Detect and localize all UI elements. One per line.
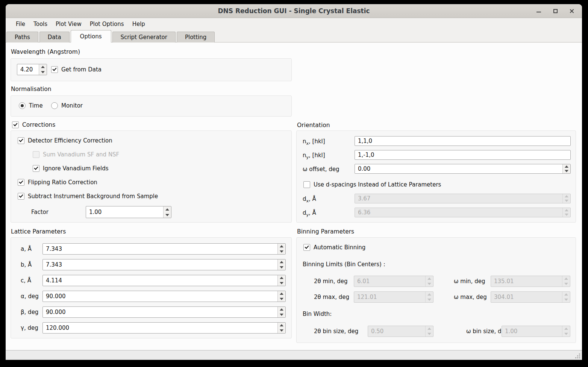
tab-script-generator[interactable]: Script Generator [112, 32, 176, 42]
binning-limits-label: Binning Limits (Bin Centers) : [303, 261, 385, 268]
omega-max-label: ω max, deg [454, 294, 487, 300]
time-radio-label: Time [29, 102, 43, 109]
lattice-alpha-input[interactable] [43, 291, 277, 302]
spin-up-button[interactable] [563, 164, 570, 169]
monitor-radio-label: Monitor [61, 102, 83, 109]
flipping-ratio-checkbox[interactable] [18, 179, 24, 186]
omega-min-spinbox [491, 276, 570, 287]
lattice-beta-input[interactable] [43, 307, 277, 317]
check-icon [13, 122, 17, 126]
subtract-background-checkbox[interactable] [18, 193, 24, 200]
arrow-up-icon [564, 328, 568, 330]
arrow-down-icon [41, 71, 45, 73]
omega-offset-input[interactable] [355, 164, 562, 173]
status-bar [6, 350, 582, 360]
ignore-vanadium-row: Ignore Vanadium Fields [33, 165, 108, 172]
spin-up-button[interactable] [278, 244, 285, 249]
spin-down-button[interactable] [164, 212, 171, 218]
spin-up-button[interactable] [278, 307, 285, 312]
monitor-radio[interactable] [51, 102, 58, 109]
corrections-section-label: Corrections [22, 121, 55, 128]
menu-help[interactable]: Help [128, 19, 149, 29]
binning-section-label: Binning Parameters [297, 228, 354, 235]
two-theta-max-spinbox [354, 291, 433, 303]
use-dspacings-checkbox[interactable] [303, 181, 310, 188]
tab-options[interactable]: Options [71, 30, 111, 42]
spin-down-button [563, 212, 570, 217]
spin-down-button[interactable] [39, 70, 47, 75]
arrow-down-icon [280, 266, 283, 268]
spin-down-button [426, 297, 433, 302]
spin-up-button[interactable] [164, 206, 171, 212]
menu-plot-view[interactable]: Plot View [52, 19, 86, 29]
spin-down-button [426, 281, 433, 287]
minimize-button[interactable] [535, 8, 542, 14]
lattice-beta-label: β, deg [21, 309, 38, 315]
arrow-down-icon [280, 282, 283, 284]
lattice-a-input[interactable] [43, 244, 277, 254]
maximize-button[interactable] [552, 8, 559, 14]
spin-down-button[interactable] [563, 169, 570, 173]
omega-max-spinbox [491, 291, 570, 303]
spin-up-button[interactable] [278, 259, 285, 265]
arrow-up-icon [427, 293, 431, 296]
ny-input[interactable] [355, 150, 570, 159]
spin-down-button[interactable] [278, 249, 285, 254]
tab-paths[interactable]: Paths [6, 32, 38, 42]
spin-buttons [562, 292, 570, 302]
spin-down-button[interactable] [278, 328, 285, 333]
spin-down-button[interactable] [278, 312, 285, 317]
spin-down-button[interactable] [278, 296, 285, 302]
detector-efficiency-checkbox[interactable] [18, 137, 24, 144]
get-from-data-row: Get from Data [51, 66, 102, 73]
dy-label: dy, Å [303, 209, 316, 217]
time-radio[interactable] [19, 102, 26, 109]
menu-plot-options[interactable]: Plot Options [86, 19, 128, 29]
arrow-up-icon [280, 245, 283, 247]
nx-input[interactable] [355, 136, 570, 146]
lattice-gamma-input[interactable] [43, 323, 277, 333]
lattice-b-spinbox [42, 259, 286, 270]
spin-up-button[interactable] [278, 275, 285, 281]
factor-input[interactable] [86, 206, 163, 218]
arrow-up-icon [280, 308, 283, 311]
spin-up-button[interactable] [39, 64, 47, 70]
lattice-b-input[interactable] [43, 259, 277, 270]
resize-grip[interactable] [575, 353, 580, 359]
arrow-up-icon [165, 208, 169, 211]
ny-label: ny, [hkl] [303, 152, 325, 160]
spin-buttons [277, 307, 285, 317]
dx-label: dx, Å [303, 196, 316, 203]
corrections-checkbox[interactable] [12, 121, 19, 128]
lattice-c-input[interactable] [43, 275, 277, 286]
menu-file[interactable]: File [12, 19, 29, 29]
spin-down-button[interactable] [278, 281, 285, 286]
close-button[interactable] [568, 8, 575, 14]
ignore-vanadium-checkbox[interactable] [33, 165, 39, 172]
monitor-radio-row: Monitor [51, 102, 83, 109]
spin-buttons [277, 259, 285, 270]
spin-down-button [562, 281, 570, 287]
spin-up-button [426, 326, 433, 331]
sum-vanadium-checkbox [33, 151, 39, 158]
detector-efficiency-label: Detector Efficiency Correction [28, 137, 112, 144]
lattice-alpha-label: α, deg [21, 293, 39, 300]
spin-up-button [563, 208, 570, 212]
lattice-c-label: c, Å [21, 277, 31, 284]
spin-up-button[interactable] [278, 291, 285, 296]
corrections-row: Corrections [12, 121, 55, 128]
get-from-data-checkbox[interactable] [51, 66, 58, 73]
automatic-binning-checkbox[interactable] [303, 244, 310, 251]
tab-plotting[interactable]: Plotting [177, 32, 215, 42]
tab-data[interactable]: Data [39, 32, 70, 42]
dx-input [355, 194, 562, 203]
menu-tools[interactable]: Tools [29, 19, 52, 29]
spin-up-button [563, 194, 570, 199]
factor-spinbox [86, 206, 171, 218]
wavelength-input[interactable] [17, 64, 39, 75]
spin-up-button[interactable] [278, 323, 285, 328]
spin-down-button [562, 331, 570, 337]
spin-down-button[interactable] [278, 265, 285, 270]
spin-down-button [563, 199, 570, 203]
flipping-ratio-row: Flipping Ratio Correction [18, 179, 97, 186]
